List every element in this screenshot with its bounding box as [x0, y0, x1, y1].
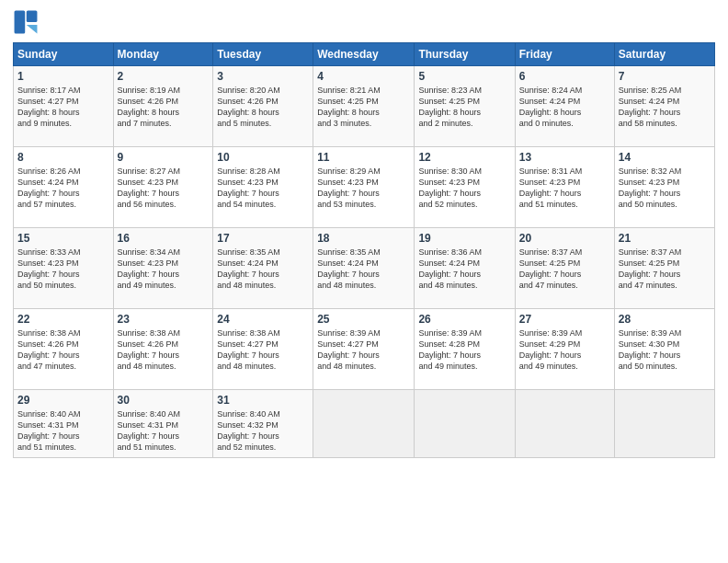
calendar-cell: 26Sunrise: 8:39 AMSunset: 4:28 PMDayligh… — [415, 309, 515, 390]
day-number: 24 — [217, 313, 309, 326]
cell-info: Sunrise: 8:38 AMSunset: 4:26 PMDaylight:… — [118, 327, 210, 373]
cell-info: Sunrise: 8:26 AMSunset: 4:24 PMDaylight:… — [17, 166, 109, 211]
calendar-cell: 8Sunrise: 8:26 AMSunset: 4:24 PMDaylight… — [14, 147, 114, 228]
cell-info: Sunrise: 8:34 AMSunset: 4:23 PMDaylight:… — [118, 247, 210, 292]
calendar-cell: 20Sunrise: 8:37 AMSunset: 4:25 PMDayligh… — [515, 228, 614, 309]
cell-info: Sunrise: 8:21 AMSunset: 4:25 PMDaylight:… — [317, 85, 410, 130]
day-number: 10 — [217, 151, 309, 164]
calendar-body: 1Sunrise: 8:17 AMSunset: 4:27 PMDaylight… — [14, 66, 715, 458]
cell-info: Sunrise: 8:30 AMSunset: 4:23 PMDaylight:… — [418, 166, 510, 211]
day-header-saturday: Saturday — [614, 43, 714, 66]
page: SundayMondayTuesdayWednesdayThursdayFrid… — [0, 0, 728, 563]
calendar-cell: 10Sunrise: 8:28 AMSunset: 4:23 PMDayligh… — [213, 147, 313, 228]
calendar-cell: 23Sunrise: 8:38 AMSunset: 4:26 PMDayligh… — [113, 309, 213, 390]
day-header-tuesday: Tuesday — [213, 43, 313, 66]
cell-info: Sunrise: 8:37 AMSunset: 4:25 PMDaylight:… — [619, 247, 711, 292]
day-number: 22 — [17, 313, 109, 326]
calendar-cell: 19Sunrise: 8:36 AMSunset: 4:24 PMDayligh… — [415, 228, 515, 309]
calendar-table: SundayMondayTuesdayWednesdayThursdayFrid… — [13, 42, 715, 458]
calendar-cell — [313, 390, 415, 458]
cell-info: Sunrise: 8:35 AMSunset: 4:24 PMDaylight:… — [217, 247, 309, 292]
day-number: 16 — [118, 232, 210, 245]
week-row-3: 15Sunrise: 8:33 AMSunset: 4:23 PMDayligh… — [14, 228, 715, 309]
calendar-cell: 3Sunrise: 8:20 AMSunset: 4:26 PMDaylight… — [213, 66, 313, 147]
day-header-wednesday: Wednesday — [313, 43, 415, 66]
calendar-cell — [614, 390, 714, 458]
day-number: 17 — [217, 232, 309, 245]
calendar-cell: 4Sunrise: 8:21 AMSunset: 4:25 PMDaylight… — [313, 66, 415, 147]
cell-info: Sunrise: 8:39 AMSunset: 4:30 PMDaylight:… — [619, 327, 711, 373]
calendar-cell: 18Sunrise: 8:35 AMSunset: 4:24 PMDayligh… — [313, 228, 415, 309]
day-number: 19 — [418, 232, 510, 245]
calendar-cell: 1Sunrise: 8:17 AMSunset: 4:27 PMDaylight… — [14, 66, 114, 147]
cell-info: Sunrise: 8:40 AMSunset: 4:32 PMDaylight:… — [217, 408, 309, 454]
calendar-cell — [515, 390, 614, 458]
day-number: 7 — [619, 70, 711, 83]
day-number: 30 — [118, 394, 210, 407]
day-number: 13 — [519, 151, 610, 164]
calendar-cell: 31Sunrise: 8:40 AMSunset: 4:32 PMDayligh… — [213, 390, 313, 458]
calendar-cell — [415, 390, 515, 458]
calendar-cell: 22Sunrise: 8:38 AMSunset: 4:26 PMDayligh… — [14, 309, 114, 390]
cell-info: Sunrise: 8:37 AMSunset: 4:25 PMDaylight:… — [519, 247, 610, 292]
calendar-cell: 25Sunrise: 8:39 AMSunset: 4:27 PMDayligh… — [313, 309, 415, 390]
day-number: 2 — [118, 70, 210, 83]
day-header-monday: Monday — [113, 43, 213, 66]
week-row-1: 1Sunrise: 8:17 AMSunset: 4:27 PMDaylight… — [14, 66, 715, 147]
day-number: 21 — [619, 232, 711, 245]
week-row-5: 29Sunrise: 8:40 AMSunset: 4:31 PMDayligh… — [14, 390, 715, 458]
cell-info: Sunrise: 8:33 AMSunset: 4:23 PMDaylight:… — [17, 247, 109, 292]
day-number: 9 — [118, 151, 210, 164]
calendar-cell: 30Sunrise: 8:40 AMSunset: 4:31 PMDayligh… — [113, 390, 213, 458]
calendar-cell: 6Sunrise: 8:24 AMSunset: 4:24 PMDaylight… — [515, 66, 614, 147]
calendar-cell: 9Sunrise: 8:27 AMSunset: 4:23 PMDaylight… — [113, 147, 213, 228]
day-header-friday: Friday — [515, 43, 614, 66]
calendar-cell: 2Sunrise: 8:19 AMSunset: 4:26 PMDaylight… — [113, 66, 213, 147]
day-number: 29 — [17, 394, 109, 407]
day-number: 6 — [519, 70, 610, 83]
day-header-thursday: Thursday — [415, 43, 515, 66]
cell-info: Sunrise: 8:23 AMSunset: 4:25 PMDaylight:… — [418, 85, 510, 130]
day-number: 8 — [17, 151, 109, 164]
cell-info: Sunrise: 8:20 AMSunset: 4:26 PMDaylight:… — [217, 85, 309, 130]
calendar-cell: 29Sunrise: 8:40 AMSunset: 4:31 PMDayligh… — [14, 390, 114, 458]
day-number: 4 — [317, 70, 410, 83]
calendar-cell: 15Sunrise: 8:33 AMSunset: 4:23 PMDayligh… — [14, 228, 114, 309]
svg-rect-0 — [15, 11, 26, 34]
cell-info: Sunrise: 8:17 AMSunset: 4:27 PMDaylight:… — [17, 85, 109, 130]
day-number: 14 — [619, 151, 711, 164]
calendar-cell: 27Sunrise: 8:39 AMSunset: 4:29 PMDayligh… — [515, 309, 614, 390]
day-number: 3 — [217, 70, 309, 83]
cell-info: Sunrise: 8:24 AMSunset: 4:24 PMDaylight:… — [519, 85, 610, 130]
calendar-cell: 21Sunrise: 8:37 AMSunset: 4:25 PMDayligh… — [614, 228, 714, 309]
cell-info: Sunrise: 8:39 AMSunset: 4:29 PMDaylight:… — [519, 327, 610, 373]
day-number: 1 — [17, 70, 109, 83]
calendar-header-row: SundayMondayTuesdayWednesdayThursdayFrid… — [14, 43, 715, 66]
calendar-cell: 28Sunrise: 8:39 AMSunset: 4:30 PMDayligh… — [614, 309, 714, 390]
cell-info: Sunrise: 8:40 AMSunset: 4:31 PMDaylight:… — [17, 408, 109, 454]
day-header-sunday: Sunday — [14, 43, 114, 66]
week-row-2: 8Sunrise: 8:26 AMSunset: 4:24 PMDaylight… — [14, 147, 715, 228]
cell-info: Sunrise: 8:25 AMSunset: 4:24 PMDaylight:… — [619, 85, 711, 130]
day-number: 5 — [418, 70, 510, 83]
cell-info: Sunrise: 8:38 AMSunset: 4:27 PMDaylight:… — [217, 327, 309, 373]
day-number: 26 — [418, 313, 510, 326]
logo — [13, 9, 42, 35]
day-number: 11 — [317, 151, 410, 164]
day-number: 12 — [418, 151, 510, 164]
calendar-cell: 16Sunrise: 8:34 AMSunset: 4:23 PMDayligh… — [113, 228, 213, 309]
day-number: 15 — [17, 232, 109, 245]
calendar-cell: 5Sunrise: 8:23 AMSunset: 4:25 PMDaylight… — [415, 66, 515, 147]
cell-info: Sunrise: 8:38 AMSunset: 4:26 PMDaylight:… — [17, 327, 109, 373]
calendar-cell: 13Sunrise: 8:31 AMSunset: 4:23 PMDayligh… — [515, 147, 614, 228]
cell-info: Sunrise: 8:27 AMSunset: 4:23 PMDaylight:… — [118, 166, 210, 211]
cell-info: Sunrise: 8:40 AMSunset: 4:31 PMDaylight:… — [118, 408, 210, 454]
cell-info: Sunrise: 8:29 AMSunset: 4:23 PMDaylight:… — [317, 166, 410, 211]
day-number: 27 — [519, 313, 610, 326]
day-number: 18 — [317, 232, 410, 245]
cell-info: Sunrise: 8:39 AMSunset: 4:27 PMDaylight:… — [317, 327, 410, 373]
cell-info: Sunrise: 8:32 AMSunset: 4:23 PMDaylight:… — [619, 166, 711, 211]
cell-info: Sunrise: 8:39 AMSunset: 4:28 PMDaylight:… — [418, 327, 510, 373]
day-number: 20 — [519, 232, 610, 245]
header — [13, 9, 715, 35]
